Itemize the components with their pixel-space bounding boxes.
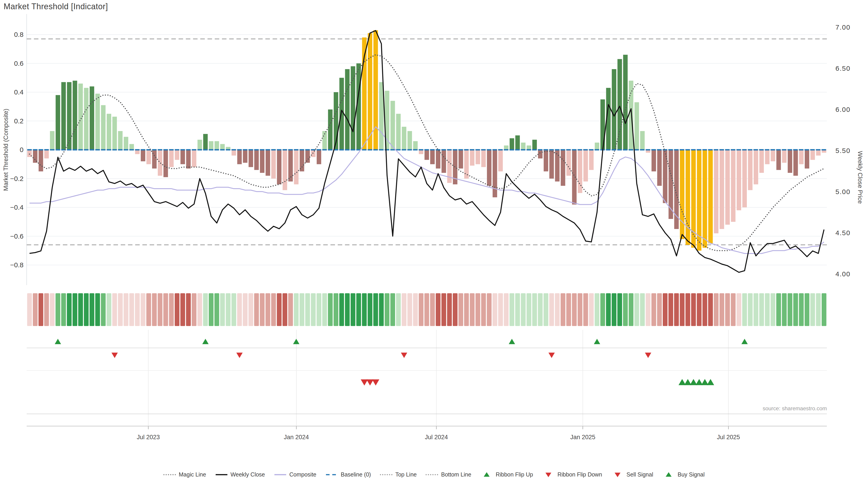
ribbon-cell [498, 293, 503, 326]
ribbon-cell [391, 293, 395, 326]
y-tick-label-left: 0.8 [14, 31, 24, 38]
flip-up-marker [741, 339, 748, 344]
ribbon-cell [283, 293, 287, 326]
ribbon-cell [430, 293, 435, 326]
ribbon-cell [294, 293, 299, 326]
legend-label: Weekly Close [230, 471, 265, 478]
buy-marker [695, 379, 703, 385]
ribbon-cell [441, 293, 446, 326]
threshold-bar [754, 150, 758, 184]
ribbon-cell [271, 293, 276, 326]
ribbon-cell [237, 293, 242, 326]
flip-up-marker [293, 339, 300, 344]
legend: Magic LineWeekly CloseCompositeBaseline … [0, 471, 868, 478]
threshold-bar [396, 114, 401, 150]
threshold-bar [583, 150, 588, 182]
flip-down-marker [112, 353, 118, 358]
ribbon-cell [634, 293, 639, 326]
y-tick-label-left: −0.4 [10, 203, 24, 211]
sell-marker [366, 379, 374, 385]
ribbon-cell [572, 293, 577, 326]
ribbon-cell [703, 293, 707, 326]
ribbon-cell [526, 293, 531, 326]
threshold-bar [271, 150, 276, 179]
x-tick-label: Jul 2025 [717, 434, 740, 441]
threshold-bar [794, 150, 798, 176]
ribbon-cell [538, 293, 543, 326]
threshold-bar [163, 150, 168, 177]
ribbon-cell [549, 293, 554, 326]
threshold-bar [328, 109, 333, 150]
ribbon-cell [373, 293, 378, 326]
ribbon-cell [657, 293, 662, 326]
ribbon-cell [759, 293, 764, 326]
ribbon-cell [288, 293, 293, 326]
ribbon-cell [714, 293, 719, 326]
ribbon-cell [771, 293, 775, 326]
legend-item-ribbon-flip-down: Ribbon Flip Down [542, 471, 602, 478]
threshold-bar [612, 69, 616, 150]
legend-item-sell-signal: Sell Signal [611, 471, 653, 478]
legend-swatch-tri-down-icon [611, 472, 624, 478]
ribbon-cell [396, 293, 401, 326]
ribbon-cell [72, 293, 77, 326]
ribbon-cell [33, 293, 37, 326]
flip-down-marker [548, 353, 555, 358]
ribbon-cell [669, 293, 673, 326]
legend-label: Sell Signal [627, 471, 653, 478]
ribbon-cell [101, 293, 105, 326]
threshold-bar [254, 150, 259, 170]
legend-swatch-dash-icon [326, 472, 338, 478]
ribbon-cell [418, 293, 423, 326]
ribbon-cell [458, 293, 463, 326]
ribbon-cell [805, 293, 809, 326]
ribbon-cell [742, 293, 747, 326]
legend-item-bottom-line: Bottom Line [426, 471, 471, 478]
ribbon-cell [481, 293, 486, 326]
threshold-bar [759, 150, 764, 173]
legend-label: Ribbon Flip Down [557, 471, 602, 478]
legend-label: Ribbon Flip Up [496, 471, 533, 478]
flip-down-marker [236, 353, 243, 358]
threshold-bar [124, 137, 128, 150]
threshold-bar [776, 150, 781, 170]
ribbon-cell [765, 293, 770, 326]
threshold-bar [56, 95, 60, 150]
ribbon-cell [220, 293, 225, 326]
ribbon-cell [328, 293, 333, 326]
threshold-bar [95, 94, 100, 150]
threshold-bar [549, 150, 554, 179]
ribbon-cell [822, 293, 827, 326]
threshold-bar [413, 141, 418, 150]
ribbon-cell [27, 293, 32, 326]
threshold-bar [566, 150, 571, 176]
ribbon-cell [95, 293, 100, 326]
threshold-bar [141, 150, 145, 161]
buy-marker [707, 379, 714, 385]
threshold-bar [237, 150, 242, 164]
ribbon-cell [129, 293, 134, 326]
ribbon-cell [793, 293, 798, 326]
threshold-bar [90, 87, 94, 150]
ribbon-cell [646, 293, 651, 326]
plot-canvas: 0.80.60.40.20−0.2−0.4−0.6−0.87.006.506.0… [0, 0, 868, 488]
source-credit: source: sharemaestro.com [763, 405, 827, 412]
ribbon-cell [317, 293, 321, 326]
sell-marker [361, 379, 368, 385]
buy-marker [701, 379, 708, 385]
threshold-bar [61, 82, 66, 150]
threshold-bar [771, 150, 775, 161]
threshold-bar [510, 138, 514, 150]
threshold-bar [686, 150, 690, 245]
threshold-bar [788, 150, 792, 173]
threshold-bar [720, 150, 724, 229]
threshold-bar [300, 150, 304, 171]
threshold-bar [44, 150, 49, 158]
threshold-bar [129, 144, 134, 150]
threshold-bar [765, 150, 770, 164]
ribbon-cell [776, 293, 781, 326]
threshold-bar [742, 150, 747, 207]
threshold-bar [572, 150, 577, 204]
threshold-bar [481, 150, 486, 167]
ribbon-cell [56, 293, 60, 326]
